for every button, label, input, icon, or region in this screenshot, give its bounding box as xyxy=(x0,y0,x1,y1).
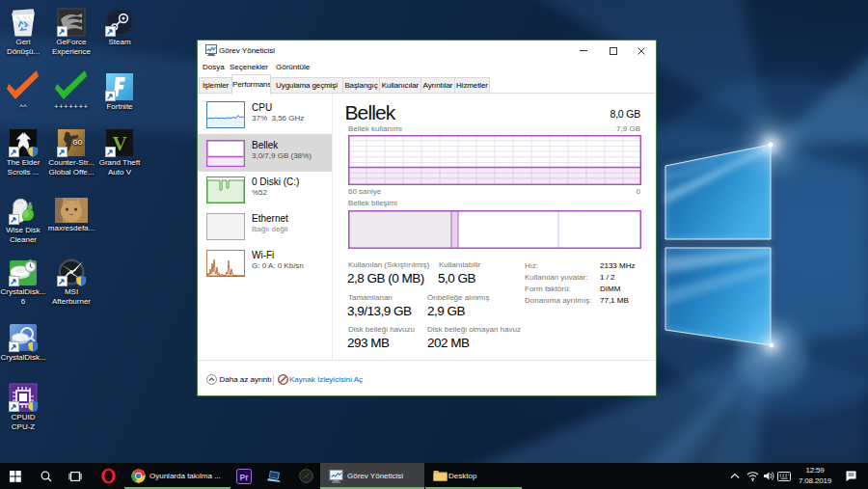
svg-text:GO: GO xyxy=(72,139,82,146)
svg-text:Pr: Pr xyxy=(240,473,250,482)
